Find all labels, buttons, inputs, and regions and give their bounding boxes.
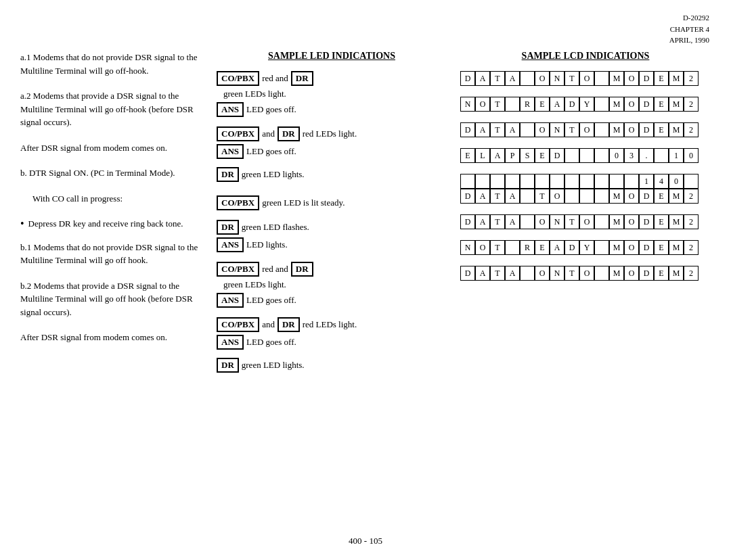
led-row-4-1: ANSLED lights. — [217, 237, 447, 252]
lcd-cell: M — [609, 189, 624, 204]
lcd-cell: T — [564, 122, 579, 137]
lcd-cell: O — [624, 266, 639, 281]
lcd-row: DATAONTOMODEM2 — [460, 214, 699, 229]
lcd-cell: D — [639, 266, 654, 281]
led-badge-ans: ANS — [217, 293, 244, 308]
left-section-b_bullet: •Depress DR key and receive ring back to… — [20, 217, 203, 231]
lcd-cell: T — [490, 240, 505, 255]
led-row-1-0: CO/PBXandDRred LEDs light. — [217, 126, 447, 141]
lcd-cell: N — [550, 266, 564, 281]
lcd-cell: T — [564, 266, 579, 281]
lcd-cell: N — [460, 97, 475, 112]
led-label: red LEDs light. — [303, 129, 357, 139]
lcd-cell: T — [490, 97, 505, 112]
lcd-cell: O — [535, 266, 550, 281]
lcd-cell: A — [505, 122, 520, 137]
lcd-cell: O — [624, 122, 639, 137]
lcd-cell: R — [520, 97, 535, 112]
lcd-cell: Y — [579, 97, 594, 112]
lcd-grid-inner: NOTREADYMODEM2 — [460, 97, 699, 112]
page: D-20292 CHAPTER 4 APRIL, 1990 a.1 Modems… — [0, 0, 731, 560]
lcd-cell — [594, 148, 609, 163]
lcd-cell: R — [520, 240, 535, 255]
lcd-cell — [505, 97, 520, 112]
lcd-cell: O — [624, 214, 639, 229]
led-label: green LED lights. — [242, 169, 305, 180]
led-label: green LED is lit steady. — [262, 197, 345, 208]
lcd-cell: M — [669, 214, 684, 229]
lcd-cell: O — [535, 122, 550, 137]
lcd-cell — [594, 266, 609, 281]
lcd-cell: 1 — [639, 174, 654, 189]
lcd-cell — [594, 97, 609, 112]
bullet-dot: • — [20, 217, 24, 231]
lcd-row: ELAPSED03.10 — [460, 148, 699, 163]
lcd-cell — [520, 189, 535, 204]
lcd-cell: M — [609, 214, 624, 229]
lcd-cell: E — [654, 266, 669, 281]
lcd-cell — [609, 174, 624, 189]
left-section-b1: b.1 Modems that do not provide DSR signa… — [20, 241, 203, 267]
lcd-cell — [579, 189, 594, 204]
lcd-cell: 2 — [684, 214, 699, 229]
led-group-group3: DRgreen LED lights. — [217, 167, 447, 182]
lcd-cell: 2 — [684, 266, 699, 281]
lcd-cell: M — [609, 97, 624, 112]
lcd-row: DATAONTOMODEM2 — [460, 71, 699, 86]
lcd-title: SAMPLE LCD INDICATIONS — [460, 51, 711, 62]
lcd-grid-lcd7: NOTREADYMODEM2 — [460, 240, 711, 255]
lcd-cell: O — [579, 266, 594, 281]
lcd-cell: 2 — [684, 189, 699, 204]
lcd-cell: M — [609, 266, 624, 281]
led-badge-ans: ANS — [217, 237, 244, 252]
left-column: a.1 Modems that do not provide DSR signa… — [20, 51, 210, 379]
lcd-cell — [535, 174, 550, 189]
lcd-cell: E — [654, 240, 669, 255]
lcd-cell — [594, 240, 609, 255]
led-group-group4: CO/PBXgreen LED is lit steady. — [217, 195, 447, 210]
doc-number: D-20292 — [669, 12, 709, 24]
lcd-cell — [505, 240, 520, 255]
led-row-0-0: CO/PBXred andDR — [217, 71, 447, 86]
lcd-cell — [520, 122, 535, 137]
led-badge-dr: DR — [217, 220, 239, 235]
lcd-cell: O — [535, 214, 550, 229]
lcd-cell: 0 — [609, 148, 624, 163]
led-group-group5: DRgreen LED flashes.ANSLED lights. — [217, 220, 447, 252]
lcd-cell: M — [669, 71, 684, 86]
lcd-cell: D — [639, 122, 654, 137]
lcd-grid-inner: 140DATATOMODEM2 — [460, 174, 699, 204]
lcd-cell: E — [654, 189, 669, 204]
led-row-3-0: CO/PBXgreen LED is lit steady. — [217, 195, 447, 210]
lcd-grid-lcd2: NOTREADYMODEM2 — [460, 97, 711, 112]
lcd-cell: D — [639, 71, 654, 86]
lcd-cell — [654, 148, 669, 163]
lcd-cell: 3 — [624, 148, 639, 163]
led-row-2-0: DRgreen LED lights. — [217, 167, 447, 182]
led-badge-dr: DR — [217, 167, 239, 182]
left-section-a1: a.1 Modems that do not provide DSR signa… — [20, 51, 203, 77]
lcd-cell: M — [609, 240, 624, 255]
led-group-group6: CO/PBXred andDRgreen LEDs light.ANSLED g… — [217, 262, 447, 308]
lcd-cell — [564, 189, 579, 204]
led-label: green LED flashes. — [242, 222, 309, 233]
lcd-cell: M — [609, 122, 624, 137]
main-content: a.1 Modems that do not provide DSR signa… — [20, 51, 711, 379]
led-badge-dr: DR — [291, 262, 313, 277]
lcd-cell: D — [639, 214, 654, 229]
lcd-cell: D — [639, 189, 654, 204]
led-text: green LEDs light. — [223, 89, 286, 99]
lcd-cell: D — [460, 122, 475, 137]
lcd-cell — [624, 174, 639, 189]
lcd-grid-lcd6: DATAONTOMODEM2 — [460, 214, 711, 229]
lcd-cell: O — [475, 97, 490, 112]
lcd-cell: O — [579, 71, 594, 86]
led-label: red and — [262, 73, 288, 84]
left-section-b_co: With CO call in progress: — [32, 192, 203, 206]
lcd-cell: A — [475, 71, 490, 86]
lcd-cell: T — [535, 189, 550, 204]
lcd-cell: E — [460, 148, 475, 163]
led-label: LED goes off. — [246, 295, 296, 306]
lcd-cell: A — [475, 214, 490, 229]
lcd-cell — [505, 174, 520, 189]
